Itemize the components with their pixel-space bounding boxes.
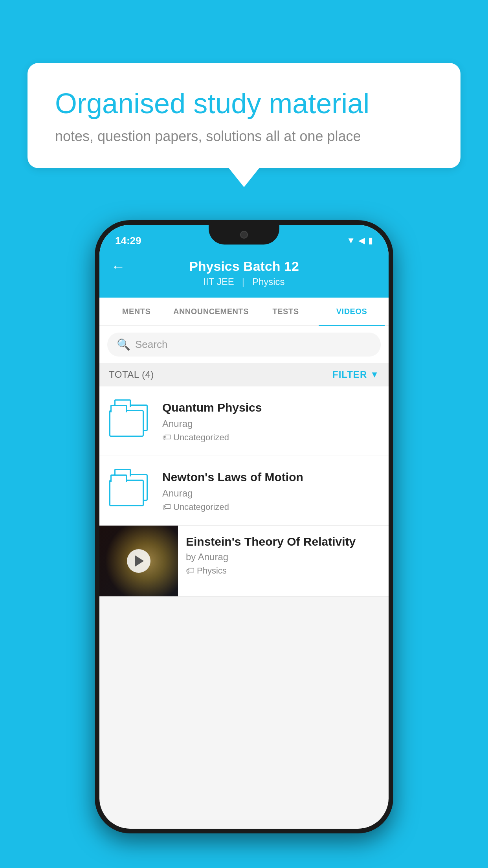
tab-videos[interactable]: VIDEOS bbox=[319, 298, 385, 326]
video-info: Newton's Laws of Motion Anurag 🏷 Uncateg… bbox=[162, 469, 381, 512]
battery-icon: ▮ bbox=[368, 235, 373, 246]
video-title: Einstein's Theory Of Relativity bbox=[186, 535, 381, 548]
filter-label: FILTER bbox=[332, 369, 367, 380]
tab-tests[interactable]: TESTS bbox=[253, 298, 319, 326]
video-author: Anurag bbox=[162, 418, 381, 429]
phone-wrapper: 14:29 ▼ ◀ ▮ ← Physics Batch 12 IIT JEE |… bbox=[95, 220, 393, 833]
filter-icon: ▼ bbox=[370, 370, 379, 380]
search-container: 🔍 Search bbox=[99, 326, 389, 363]
signal-icon: ◀ bbox=[358, 235, 365, 246]
speech-bubble: Organised study material notes, question… bbox=[28, 63, 460, 168]
search-placeholder: Search bbox=[135, 338, 167, 351]
video-tag: 🏷 Uncategorized bbox=[162, 432, 381, 443]
subtitle-batch: IIT JEE bbox=[203, 276, 234, 287]
phone-screen: 14:29 ▼ ◀ ▮ ← Physics Batch 12 IIT JEE |… bbox=[99, 225, 389, 829]
status-time: 14:29 bbox=[115, 235, 141, 247]
subtitle-subject: Physics bbox=[252, 276, 285, 287]
list-item[interactable]: Newton's Laws of Motion Anurag 🏷 Uncateg… bbox=[99, 456, 389, 526]
video-thumbnail bbox=[99, 526, 178, 596]
app-bar-title: Physics Batch 12 bbox=[189, 259, 299, 274]
video-author: by Anurag bbox=[186, 552, 381, 563]
phone-notch bbox=[209, 225, 279, 245]
back-button[interactable]: ← bbox=[111, 258, 125, 275]
filter-row: TOTAL (4) FILTER ▼ bbox=[99, 363, 389, 386]
video-info: Einstein's Theory Of Relativity by Anura… bbox=[178, 526, 389, 585]
tag-icon: 🏷 bbox=[162, 502, 171, 512]
list-item[interactable]: Einstein's Theory Of Relativity by Anura… bbox=[99, 526, 389, 597]
video-folder-icon bbox=[107, 467, 154, 514]
video-title: Newton's Laws of Motion bbox=[162, 469, 381, 485]
folder-front bbox=[109, 410, 144, 437]
video-info: Quantum Physics Anurag 🏷 Uncategorized bbox=[162, 400, 381, 443]
tag-icon: 🏷 bbox=[186, 566, 194, 576]
video-list: Quantum Physics Anurag 🏷 Uncategorized bbox=[99, 386, 389, 597]
app-bar: ← Physics Batch 12 IIT JEE | Physics bbox=[99, 252, 389, 298]
video-tag: 🏷 Uncategorized bbox=[162, 502, 381, 512]
list-item[interactable]: Quantum Physics Anurag 🏷 Uncategorized bbox=[99, 386, 389, 456]
tab-announcements[interactable]: ANNOUNCEMENTS bbox=[169, 298, 253, 326]
video-tag: 🏷 Physics bbox=[186, 566, 381, 576]
tag-icon: 🏷 bbox=[162, 432, 171, 443]
speech-bubble-title: Organised study material bbox=[55, 86, 433, 120]
tabs: MENTS ANNOUNCEMENTS TESTS VIDEOS bbox=[99, 298, 389, 326]
wifi-icon: ▼ bbox=[347, 235, 355, 246]
video-author: Anurag bbox=[162, 488, 381, 499]
tab-ments[interactable]: MENTS bbox=[103, 298, 169, 326]
video-folder-icon bbox=[107, 397, 154, 445]
speech-bubble-subtitle: notes, question papers, solutions all at… bbox=[55, 128, 433, 145]
search-bar[interactable]: 🔍 Search bbox=[107, 333, 381, 357]
play-button[interactable] bbox=[127, 549, 150, 573]
camera-dot bbox=[240, 231, 248, 239]
filter-button[interactable]: FILTER ▼ bbox=[332, 369, 379, 380]
video-title: Quantum Physics bbox=[162, 400, 381, 415]
status-icons: ▼ ◀ ▮ bbox=[347, 235, 373, 246]
search-icon: 🔍 bbox=[117, 338, 130, 351]
subtitle-divider: | bbox=[242, 276, 244, 287]
app-bar-subtitle: IIT JEE | Physics bbox=[203, 276, 284, 287]
phone-shell: 14:29 ▼ ◀ ▮ ← Physics Batch 12 IIT JEE |… bbox=[95, 220, 393, 833]
total-count: TOTAL (4) bbox=[109, 369, 154, 380]
folder-front bbox=[109, 480, 144, 506]
play-icon bbox=[135, 555, 144, 566]
